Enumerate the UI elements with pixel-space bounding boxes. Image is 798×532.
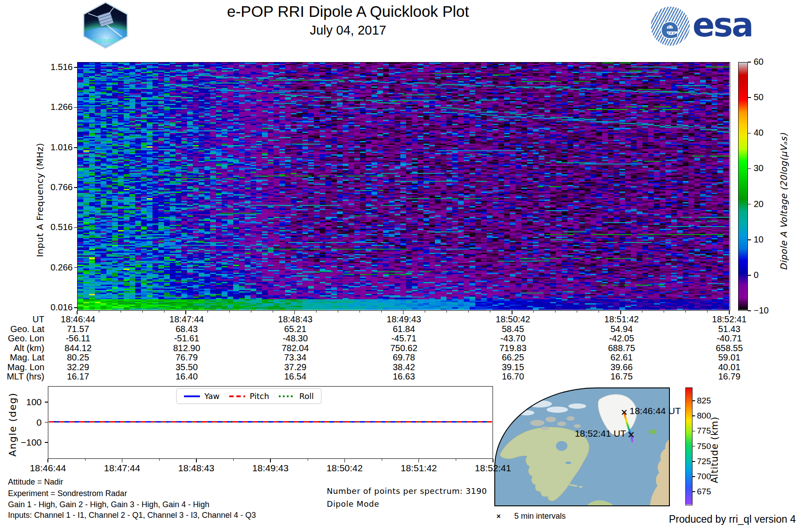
- colorbar-tick: [748, 133, 751, 134]
- alt-colorbar-tick: [692, 491, 695, 492]
- alt-colorbar-tick-label: 675: [697, 487, 711, 497]
- time-major-tick: [620, 311, 621, 314]
- ephemeris-value: 51.43: [718, 324, 740, 334]
- angle-xtick-label: 18:49:43: [252, 463, 289, 473]
- angle-xtick: [344, 459, 345, 462]
- freq-tick: [74, 307, 77, 308]
- ephemeris-value: -43.70: [501, 333, 526, 344]
- angle-xtick-label: 18:47:44: [104, 463, 140, 473]
- freq-tick: [74, 187, 77, 188]
- angle-xtick: [270, 459, 271, 462]
- time-minor-tick: [468, 311, 469, 313]
- cassiope-logo-text: CASSIOPE: [82, 39, 129, 43]
- freq-tick: [74, 147, 77, 148]
- alt-colorbar-tick-label: 825: [697, 396, 711, 406]
- time-minor-tick: [490, 311, 490, 313]
- legend-entry-roll: Roll: [279, 391, 314, 401]
- roll-line: [49, 422, 492, 422]
- ephemeris-value: 80.25: [67, 352, 89, 363]
- alt-colorbar-tick: [692, 431, 695, 432]
- time-major-tick: [729, 311, 730, 314]
- ephemeris-value: -56.11: [66, 333, 90, 344]
- note-attitude: Attitude = Nadir: [8, 477, 63, 487]
- alt-colorbar-tick-label: 750: [697, 442, 711, 451]
- colorbar-tick: [748, 97, 751, 98]
- angle-ytick-label: −100: [13, 437, 42, 448]
- interval-legend-text: 5 min intervals: [514, 512, 566, 521]
- angle-xminor-tick: [308, 459, 308, 461]
- ephemeris-value: 35.50: [176, 362, 198, 372]
- freq-tick-label: 0.016: [27, 302, 73, 313]
- angle-xtick-label: 18:46:44: [30, 463, 66, 473]
- time-minor-tick: [360, 311, 360, 313]
- ephemeris-value: 812.90: [173, 343, 200, 353]
- ephemeris-value: 16.17: [67, 372, 89, 382]
- map-south-america: [586, 501, 615, 506]
- ephemeris-value: -48.30: [283, 333, 308, 344]
- time-minor-tick: [533, 311, 534, 313]
- time-minor-tick: [707, 311, 708, 313]
- angle-ytick-label: 0: [13, 417, 42, 428]
- page-date: July 04, 2017: [80, 23, 616, 38]
- ephemeris-value: 16.40: [176, 372, 198, 382]
- ephemeris-value: 59.01: [718, 352, 740, 363]
- esa-globe-icon: e: [651, 7, 690, 46]
- ephemeris-value: 18:46:44: [61, 314, 95, 325]
- ephemeris-value: 658.55: [716, 343, 743, 353]
- ephemeris-value: 18:51:42: [604, 314, 639, 325]
- page-title: e-POP RRI Dipole A Quicklook Plot: [80, 3, 616, 20]
- freq-tick-label: 0.516: [27, 222, 73, 232]
- ephemeris-row-label: Mag. Lon: [0, 362, 44, 372]
- ephemeris-value: 16.54: [284, 372, 306, 382]
- ephemeris-value: 69.78: [393, 352, 415, 363]
- angle-xminor-tick: [233, 459, 234, 461]
- ephemeris-value: -45.71: [391, 333, 417, 344]
- note-gains: Gain 1 - High, Gain 2 - High, Gain 3 - H…: [8, 500, 209, 509]
- freq-tick: [74, 107, 77, 108]
- time-minor-tick: [555, 311, 555, 313]
- time-minor-tick: [685, 311, 686, 313]
- alt-colorbar-tick: [692, 415, 695, 416]
- angle-xminor-tick: [85, 459, 86, 461]
- ephemeris-value: 688.75: [608, 343, 635, 353]
- time-minor-tick: [251, 311, 251, 313]
- colorbar-tick-label: 50: [754, 92, 763, 102]
- ephemeris-value: -42.05: [609, 333, 634, 344]
- altitude-colorbar: [685, 387, 692, 505]
- colorbar-tick-label: 60: [754, 57, 763, 67]
- voltage-colorbar-canvas: [739, 63, 747, 310]
- ephemeris-value: 18:48:43: [278, 314, 313, 325]
- freq-tick: [74, 267, 77, 268]
- legend-entry-pitch: Pitch: [229, 391, 269, 401]
- colorbar-tick-label: 0: [754, 270, 759, 280]
- alt-colorbar-tick-label: 700: [697, 472, 711, 481]
- alt-colorbar-tick: [692, 400, 695, 401]
- time-minor-tick: [316, 311, 317, 313]
- angle-xtick: [47, 459, 48, 462]
- ephemeris-value: 39.15: [502, 362, 524, 372]
- credit-text: Produced by rri_ql version 4: [567, 513, 796, 525]
- time-major-tick: [512, 311, 512, 314]
- legend-label: Yaw: [204, 391, 219, 401]
- colorbar-tick: [748, 310, 751, 311]
- angle-xtick: [493, 459, 493, 462]
- ephemeris-row-label: Geo. Lon: [0, 333, 44, 344]
- angle-xtick-label: 18:48:43: [178, 463, 215, 473]
- ephemeris-value: 66.25: [502, 352, 524, 363]
- ephemeris-value: 16.63: [393, 372, 415, 382]
- time-minor-tick: [425, 311, 425, 313]
- freq-tick-label: 0.766: [27, 182, 73, 192]
- time-minor-tick: [273, 311, 273, 313]
- ephemeris-value: 782.04: [282, 343, 309, 353]
- alt-colorbar-tick: [692, 461, 695, 462]
- ephemeris-value: 18:47:44: [169, 314, 204, 325]
- angle-xtick: [419, 459, 419, 462]
- ephemeris-value: 38.42: [393, 362, 415, 372]
- angle-ytick: [45, 442, 48, 443]
- ephemeris-value: 39.66: [610, 362, 633, 372]
- angle-xtick: [122, 459, 123, 462]
- interval-marker-icon: ×: [497, 512, 501, 520]
- alt-colorbar-tick-label: 725: [697, 457, 711, 466]
- angle-xtick-label: 18:51:42: [401, 463, 437, 473]
- freq-tick-label: 1.516: [27, 62, 73, 72]
